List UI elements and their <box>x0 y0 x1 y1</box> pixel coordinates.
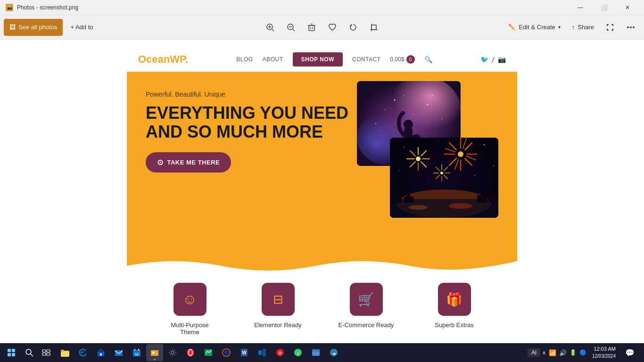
taskbar-mail[interactable] <box>110 344 127 361</box>
taskbar-app-13[interactable]: O <box>272 344 289 361</box>
svg-rect-91 <box>133 350 140 352</box>
cart-count: 0 <box>406 55 415 64</box>
svg-text:☁: ☁ <box>332 351 336 355</box>
taskbar-edge[interactable] <box>74 344 91 361</box>
twitter-icon[interactable]: 🐦 <box>480 56 488 64</box>
search-icon <box>25 348 33 357</box>
nav-about[interactable]: ABOUT <box>263 56 283 63</box>
delete-button[interactable] <box>302 19 321 36</box>
taskbar-app-14[interactable]: ⚡ <box>289 344 306 361</box>
svg-point-26 <box>375 123 377 124</box>
svg-point-65 <box>440 172 443 174</box>
ecommerce-label: E-Commerce Ready <box>339 321 394 329</box>
zoom-out-button[interactable] <box>281 19 300 36</box>
edit-create-button[interactable]: ✏️ Edit & Create ▾ <box>504 19 565 36</box>
svg-rect-106 <box>258 350 262 355</box>
taskbar-store[interactable] <box>92 344 109 361</box>
taskbar-search-button[interactable] <box>21 344 38 361</box>
rotate-button[interactable] <box>344 19 363 36</box>
main-content-area: OceanWP. BLOG ABOUT SHOP NOW CONTACT 0,0… <box>0 40 644 343</box>
nav-blog[interactable]: BLOG <box>236 56 253 63</box>
task-view-button[interactable] <box>38 344 55 361</box>
toolbar-right: ✏️ Edit & Create ▾ ↑ Share <box>504 19 640 36</box>
maps-icon <box>204 348 213 357</box>
taskbar-app-15[interactable] <box>307 344 324 361</box>
svg-rect-75 <box>404 197 413 203</box>
start-button[interactable] <box>2 343 21 362</box>
app-icon: 📷 <box>6 4 13 11</box>
title-bar: 📷 Photos - screenshot.png — ⬜ ✕ <box>0 0 644 15</box>
svg-point-22 <box>404 95 405 96</box>
taskbar-word[interactable]: W <box>236 344 253 361</box>
mail-icon <box>114 348 124 357</box>
taskbar-settings[interactable] <box>164 344 181 361</box>
facebook-icon[interactable]: 𝑓 <box>492 56 494 64</box>
svg-point-27 <box>432 95 433 96</box>
svg-rect-78 <box>489 193 498 203</box>
svg-rect-107 <box>263 349 266 356</box>
battery-icon[interactable]: 🔋 <box>570 349 577 356</box>
feature-superb-extras: 🎁 Superb Extras <box>426 283 483 329</box>
taskbar-photos[interactable] <box>146 344 163 361</box>
close-button[interactable]: ✕ <box>617 0 638 15</box>
website-preview: OceanWP. BLOG ABOUT SHOP NOW CONTACT 0,0… <box>127 47 517 336</box>
taskbar-opera[interactable] <box>182 344 199 361</box>
hero-cta-button[interactable]: ⊙ TAKE ME THERE <box>146 152 231 173</box>
notification-center[interactable]: 💬 <box>621 344 638 361</box>
elementor-icon: ⊟ <box>273 292 283 307</box>
fullscreen-button[interactable] <box>601 19 619 36</box>
more-icon <box>627 26 635 28</box>
extras-icon-box: 🎁 <box>438 283 471 316</box>
taskbar-maps[interactable] <box>200 344 217 361</box>
svg-rect-73 <box>390 194 402 203</box>
oceanwp-logo: OceanWP. <box>138 53 188 66</box>
taskbar-browser[interactable] <box>218 344 235 361</box>
svg-point-24 <box>385 109 386 110</box>
search-button[interactable]: 🔍 <box>424 56 432 63</box>
svg-text:O: O <box>278 351 281 355</box>
feature-ecommerce: 🛒 E-Commerce Ready <box>338 283 395 329</box>
crop-button[interactable] <box>364 19 383 36</box>
taskbar-app-16[interactable]: ☁ <box>325 344 342 361</box>
hero-section: Powerful. Beautiful. Unique EVERYTHING Y… <box>127 72 517 275</box>
windows-icon <box>8 349 15 356</box>
zoom-in-button[interactable] <box>261 19 280 36</box>
add-to-button[interactable]: + Add to <box>65 19 99 36</box>
share-button[interactable]: ↑ Share <box>567 19 599 36</box>
svg-point-21 <box>394 99 396 101</box>
svg-rect-95 <box>151 350 158 356</box>
feature-elementor: ⊟ Elementor Ready <box>250 283 306 329</box>
edge-icon <box>78 348 88 357</box>
show-hidden-icons[interactable]: ∧ <box>542 350 546 356</box>
window-controls[interactable]: — ⬜ ✕ <box>570 0 638 15</box>
network-icon[interactable]: 📶 <box>549 349 556 356</box>
taskbar-calendar[interactable]: 12 <box>128 344 145 361</box>
instagram-icon[interactable]: 📷 <box>498 56 506 64</box>
svg-point-97 <box>152 352 155 354</box>
more-button[interactable] <box>621 19 640 36</box>
notification-icon: 💬 <box>625 348 635 357</box>
taskbar-azure[interactable] <box>254 344 271 361</box>
toolbar: 🖼 See all photos + Add to <box>0 15 644 40</box>
store-icon <box>96 348 106 357</box>
clock-date: 12/03/2024 <box>592 353 616 360</box>
nav-contact[interactable]: CONTACT <box>352 56 381 63</box>
svg-text:W: W <box>242 350 247 355</box>
window-title: Photos - screenshot.png <box>17 4 78 11</box>
system-clock[interactable]: 12:03 AM 12/03/2024 <box>588 346 619 359</box>
nav-cart[interactable]: 0,00$ 0 <box>390 55 415 64</box>
hero-image-2-inner <box>390 138 498 218</box>
bluetooth-icon[interactable]: 🔵 <box>579 349 586 356</box>
toolbar-center <box>261 19 383 36</box>
favorite-button[interactable] <box>323 19 342 36</box>
feature-multi-purpose: ☺ Multi-Purpose Theme <box>162 283 218 336</box>
maximize-button[interactable]: ⬜ <box>593 0 615 15</box>
elementor-icon-box: ⊟ <box>262 283 295 316</box>
task-view-icon <box>42 348 50 357</box>
taskbar-file-explorer[interactable] <box>57 344 74 361</box>
volume-icon[interactable]: 🔊 <box>559 349 567 356</box>
see-all-photos-button[interactable]: 🖼 See all photos <box>4 19 63 36</box>
minimize-button[interactable]: — <box>570 0 591 15</box>
nav-shop-now[interactable]: SHOP NOW <box>293 52 343 66</box>
ai-button[interactable]: Ai <box>528 348 540 357</box>
